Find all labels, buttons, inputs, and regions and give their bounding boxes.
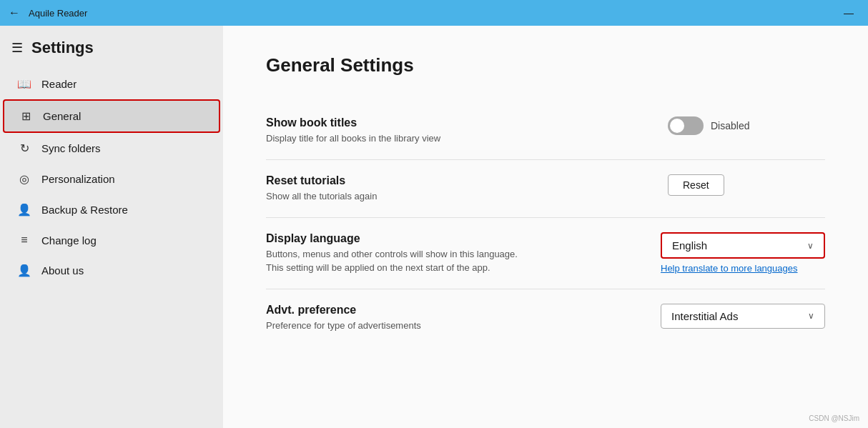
advt-preference-dropdown-value: Interstitial Ads (671, 310, 738, 322)
setting-desc-show-book-titles: Display title for all books in the libra… (266, 132, 652, 145)
sidebar-item-sync-folders[interactable]: ↻ Sync folders (3, 133, 220, 164)
sidebar-item-label-backup: Backup & Restore (41, 204, 128, 216)
setting-desc-reset-tutorials: Show all the tutorials again (266, 190, 652, 203)
setting-label-show-book-titles: Show book titles (266, 116, 652, 129)
personalization-icon: ◎ (17, 172, 31, 186)
setting-row-display-language: Display language Buttons, menus and othe… (266, 218, 825, 289)
content-area: General Settings Show book titles Displa… (223, 26, 868, 428)
setting-info-display-language: Display language Buttons, menus and othe… (266, 232, 652, 274)
setting-label-display-language: Display language (266, 232, 652, 245)
setting-label-reset-tutorials: Reset tutorials (266, 174, 652, 187)
reader-icon: 📖 (17, 77, 31, 91)
sidebar-item-label-personalization: Personalization (41, 173, 115, 185)
back-button[interactable]: ← (9, 6, 20, 19)
backup-icon: 👤 (17, 203, 31, 217)
sidebar-item-label-sync: Sync folders (41, 142, 101, 154)
setting-row-reset-tutorials: Reset tutorials Show all the tutorials a… (266, 160, 825, 218)
setting-desc-display-language: Buttons, menus and other controls will s… (266, 248, 652, 274)
setting-control-reset-tutorials: Reset (668, 174, 825, 196)
setting-label-advt-preference: Advt. preference (266, 304, 652, 317)
about-icon: 👤 (17, 264, 31, 277)
show-book-titles-toggle[interactable] (668, 116, 704, 135)
sidebar-header: ☰ Settings (0, 31, 223, 69)
window-controls: — (838, 6, 859, 20)
setting-control-display-language: English ∨ Help translate to more languag… (661, 232, 825, 274)
setting-desc-advt-preference: Preference for type of advertisements (266, 319, 652, 332)
sidebar-item-reader[interactable]: 📖 Reader (3, 69, 220, 99)
setting-info-advt-preference: Advt. preference Preference for type of … (266, 304, 652, 332)
menu-icon[interactable]: ☰ (11, 40, 23, 56)
chevron-down-icon-advt: ∨ (808, 311, 814, 321)
setting-info-reset-tutorials: Reset tutorials Show all the tutorials a… (266, 174, 652, 203)
setting-row-advt-preference: Advt. preference Preference for type of … (266, 289, 825, 347)
sidebar: ☰ Settings 📖 Reader ⊞ General ↻ Sync fol… (0, 26, 223, 428)
sidebar-item-label-changelog: Change log (41, 234, 97, 247)
language-dropdown-value: English (672, 239, 707, 252)
setting-control-show-book-titles: Disabled (668, 116, 825, 135)
advt-preference-dropdown[interactable]: Interstitial Ads ∨ (661, 304, 825, 329)
sidebar-item-label-about: About us (41, 264, 84, 277)
main-layout: ☰ Settings 📖 Reader ⊞ General ↻ Sync fol… (0, 26, 868, 428)
page-title: General Settings (266, 54, 825, 76)
toggle-status-label: Disabled (711, 120, 749, 131)
reset-tutorials-button[interactable]: Reset (668, 174, 724, 196)
sidebar-item-label-reader: Reader (41, 78, 77, 90)
chevron-down-icon: ∨ (807, 241, 814, 251)
toggle-knob (670, 119, 684, 133)
app-title: Aquile Reader (29, 8, 87, 19)
sidebar-item-personalization[interactable]: ◎ Personalization (3, 164, 220, 194)
sync-icon: ↻ (17, 141, 31, 155)
watermark: CSDN @NSJim (809, 414, 859, 422)
setting-row-show-book-titles: Show book titles Display title for all b… (266, 102, 825, 160)
sidebar-item-backup-restore[interactable]: 👤 Backup & Restore (3, 194, 220, 225)
setting-info-show-book-titles: Show book titles Display title for all b… (266, 116, 652, 145)
toggle-container: Disabled (668, 116, 749, 135)
changelog-icon: ≡ (17, 234, 31, 247)
sidebar-title: Settings (31, 39, 94, 57)
sidebar-item-about[interactable]: 👤 About us (3, 255, 220, 286)
sidebar-item-change-log[interactable]: ≡ Change log (3, 225, 220, 255)
general-icon: ⊞ (19, 109, 33, 123)
titlebar: ← Aquile Reader — (0, 0, 868, 26)
language-dropdown[interactable]: English ∨ (661, 232, 825, 259)
sidebar-item-general[interactable]: ⊞ General (3, 99, 220, 133)
minimize-button[interactable]: — (838, 6, 859, 20)
setting-control-advt-preference: Interstitial Ads ∨ (661, 304, 825, 329)
sidebar-item-label-general: General (43, 110, 81, 122)
help-translate-link[interactable]: Help translate to more languages (661, 263, 798, 274)
